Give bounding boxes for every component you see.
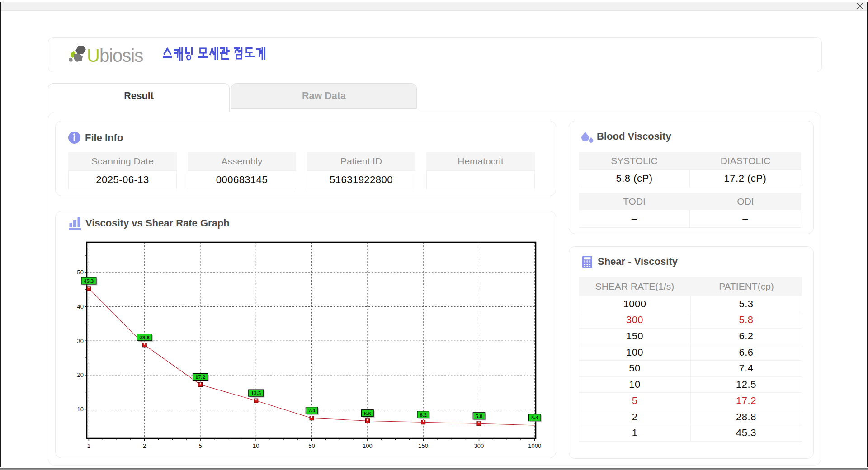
svg-text:20: 20 bbox=[77, 371, 84, 378]
svg-text:5: 5 bbox=[198, 442, 202, 449]
svg-text:2: 2 bbox=[143, 442, 146, 449]
svg-text:300: 300 bbox=[474, 442, 484, 449]
svg-text:28.8: 28.8 bbox=[140, 334, 150, 341]
svg-text:6.2: 6.2 bbox=[420, 412, 427, 418]
svg-text:17.2: 17.2 bbox=[195, 374, 205, 380]
svg-text:40: 40 bbox=[77, 303, 84, 310]
svg-text:5.8: 5.8 bbox=[476, 413, 483, 419]
svg-text:50: 50 bbox=[308, 442, 315, 449]
svg-text:6.6: 6.6 bbox=[364, 410, 371, 417]
svg-text:30: 30 bbox=[77, 338, 84, 344]
svg-text:45.3: 45.3 bbox=[84, 278, 94, 284]
svg-text:1: 1 bbox=[87, 442, 90, 449]
svg-text:12.5: 12.5 bbox=[251, 390, 261, 396]
svg-text:7.4: 7.4 bbox=[308, 407, 316, 414]
svg-text:150: 150 bbox=[418, 442, 428, 449]
svg-text:10: 10 bbox=[253, 442, 259, 449]
svg-text:10: 10 bbox=[77, 406, 84, 413]
svg-text:50: 50 bbox=[77, 269, 84, 276]
svg-text:100: 100 bbox=[363, 442, 373, 449]
svg-text:Ubiosis: Ubiosis bbox=[87, 46, 143, 66]
svg-text:1000: 1000 bbox=[528, 442, 541, 449]
svg-text:5.3: 5.3 bbox=[531, 414, 538, 421]
